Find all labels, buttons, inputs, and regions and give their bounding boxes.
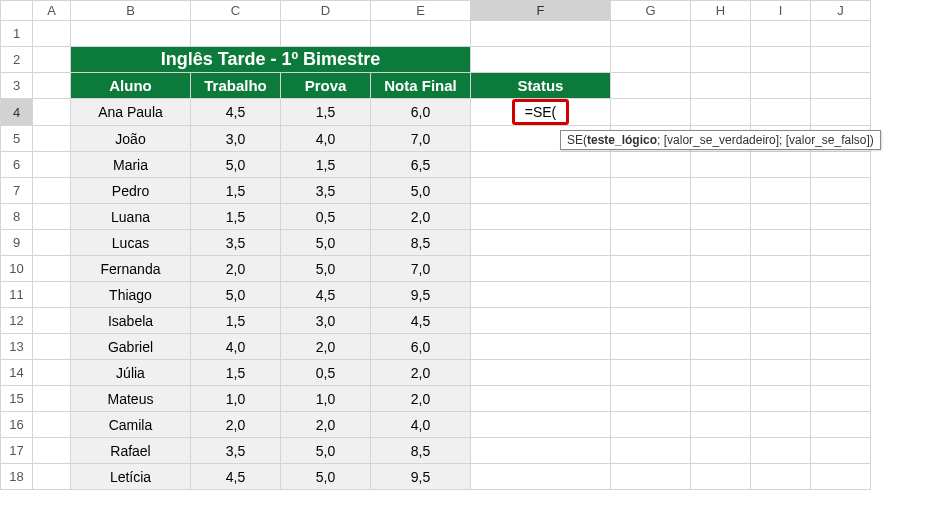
cell-nota[interactable]: 2,0 <box>371 386 471 412</box>
cell[interactable] <box>751 256 811 282</box>
cell-aluno[interactable]: Lucas <box>71 230 191 256</box>
cell[interactable] <box>751 464 811 490</box>
cell[interactable] <box>691 99 751 126</box>
cell-trabalho[interactable]: 1,5 <box>191 178 281 204</box>
cell-status[interactable] <box>471 464 611 490</box>
cell-prova[interactable]: 0,5 <box>281 360 371 386</box>
cell[interactable] <box>33 152 71 178</box>
cell[interactable] <box>691 178 751 204</box>
cell[interactable] <box>751 438 811 464</box>
cell[interactable] <box>33 178 71 204</box>
cell-prova[interactable]: 3,5 <box>281 178 371 204</box>
cell[interactable] <box>33 334 71 360</box>
col-header-J[interactable]: J <box>811 1 871 21</box>
cell[interactable] <box>751 360 811 386</box>
col-header-status[interactable]: Status <box>471 73 611 99</box>
cell-aluno[interactable]: Isabela <box>71 308 191 334</box>
col-header-notafinal[interactable]: Nota Final <box>371 73 471 99</box>
cell[interactable] <box>811 308 871 334</box>
cell-trabalho[interactable]: 3,0 <box>191 126 281 152</box>
cell-status[interactable] <box>471 386 611 412</box>
cell-nota[interactable]: 6,0 <box>371 334 471 360</box>
cell-status[interactable] <box>471 438 611 464</box>
cell[interactable] <box>811 334 871 360</box>
cell-nota[interactable]: 2,0 <box>371 360 471 386</box>
cell-trabalho[interactable]: 1,5 <box>191 308 281 334</box>
cell-nota[interactable]: 6,5 <box>371 152 471 178</box>
cell[interactable] <box>33 256 71 282</box>
cell-nota[interactable]: 6,0 <box>371 99 471 126</box>
cell-status[interactable]: =SE( <box>471 99 611 126</box>
cell[interactable] <box>691 386 751 412</box>
row-header-1[interactable]: 1 <box>1 21 33 47</box>
cell[interactable] <box>611 386 691 412</box>
cell[interactable] <box>811 256 871 282</box>
cell-nota[interactable]: 4,5 <box>371 308 471 334</box>
cell[interactable] <box>751 230 811 256</box>
formula-input[interactable]: =SE( <box>512 99 570 125</box>
spreadsheet-grid[interactable]: ABCDEFGHIJ12Inglês Tarde - 1º Bimestre3A… <box>0 0 871 490</box>
col-header-aluno[interactable]: Aluno <box>71 73 191 99</box>
cell[interactable] <box>33 126 71 152</box>
cell[interactable] <box>691 47 751 73</box>
row-header-16[interactable]: 16 <box>1 412 33 438</box>
cell[interactable] <box>33 386 71 412</box>
cell[interactable] <box>191 21 281 47</box>
cell[interactable] <box>811 412 871 438</box>
cell[interactable] <box>611 308 691 334</box>
cell-trabalho[interactable]: 4,5 <box>191 464 281 490</box>
cell-aluno[interactable]: João <box>71 126 191 152</box>
col-header-E[interactable]: E <box>371 1 471 21</box>
cell-prova[interactable]: 2,0 <box>281 412 371 438</box>
cell-prova[interactable]: 2,0 <box>281 334 371 360</box>
cell[interactable] <box>811 386 871 412</box>
cell-status[interactable] <box>471 282 611 308</box>
cell-trabalho[interactable]: 4,0 <box>191 334 281 360</box>
cell-prova[interactable]: 5,0 <box>281 438 371 464</box>
table-title[interactable]: Inglês Tarde - 1º Bimestre <box>71 47 471 73</box>
cell[interactable] <box>33 438 71 464</box>
row-header-14[interactable]: 14 <box>1 360 33 386</box>
cell-prova[interactable]: 1,5 <box>281 99 371 126</box>
cell[interactable] <box>691 152 751 178</box>
cell[interactable] <box>33 230 71 256</box>
cell-aluno[interactable]: Pedro <box>71 178 191 204</box>
cell[interactable] <box>33 99 71 126</box>
cell[interactable] <box>33 360 71 386</box>
row-header-6[interactable]: 6 <box>1 152 33 178</box>
cell[interactable] <box>811 99 871 126</box>
cell[interactable] <box>611 282 691 308</box>
cell[interactable] <box>751 386 811 412</box>
cell-nota[interactable]: 7,0 <box>371 256 471 282</box>
cell-trabalho[interactable]: 1,5 <box>191 360 281 386</box>
cell-status[interactable] <box>471 178 611 204</box>
cell-status[interactable] <box>471 360 611 386</box>
cell-aluno[interactable]: Maria <box>71 152 191 178</box>
cell[interactable] <box>611 230 691 256</box>
cell-nota[interactable]: 8,5 <box>371 230 471 256</box>
cell-nota[interactable]: 9,5 <box>371 464 471 490</box>
cell-aluno[interactable]: Luana <box>71 204 191 230</box>
cell[interactable] <box>751 21 811 47</box>
cell[interactable] <box>611 73 691 99</box>
cell[interactable] <box>611 256 691 282</box>
cell[interactable] <box>33 412 71 438</box>
cell[interactable] <box>611 438 691 464</box>
row-header-7[interactable]: 7 <box>1 178 33 204</box>
cell[interactable] <box>811 438 871 464</box>
cell[interactable] <box>751 178 811 204</box>
cell-aluno[interactable]: Mateus <box>71 386 191 412</box>
cell[interactable] <box>33 282 71 308</box>
cell[interactable] <box>611 204 691 230</box>
cell-trabalho[interactable]: 1,0 <box>191 386 281 412</box>
cell-trabalho[interactable]: 3,5 <box>191 230 281 256</box>
col-header-A[interactable]: A <box>33 1 71 21</box>
col-header-F[interactable]: F <box>471 1 611 21</box>
cell[interactable] <box>611 152 691 178</box>
cell[interactable] <box>691 334 751 360</box>
row-header-11[interactable]: 11 <box>1 282 33 308</box>
cell-status[interactable] <box>471 412 611 438</box>
cell[interactable] <box>71 21 191 47</box>
cell[interactable] <box>691 230 751 256</box>
cell[interactable] <box>33 204 71 230</box>
